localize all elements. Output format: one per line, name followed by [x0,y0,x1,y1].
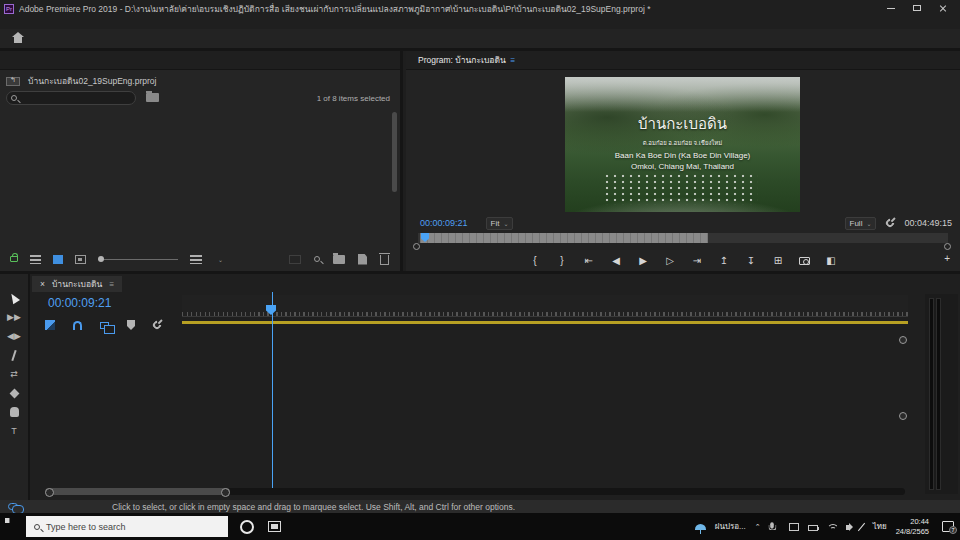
find-icon[interactable] [314,256,320,262]
scrollbar-thumb[interactable] [45,488,230,495]
mark-in-button[interactable]: { [529,255,541,266]
render-bar [182,321,908,324]
project-toolbar: ⌄ [0,248,403,270]
list-view-icon[interactable] [30,255,41,264]
panel-menu-icon[interactable]: ≡ [510,56,515,65]
add-marker-icon[interactable] [127,320,135,330]
selection-tool[interactable] [7,292,21,304]
system-tray: ฝนปรอ... ⌃ ไทย 20:44 24/8/2565 7 [695,517,954,537]
insert-as-nest-icon[interactable] [45,320,55,330]
weather-text[interactable]: ฝนปรอ... [715,520,746,533]
panel-menu-icon[interactable]: ≡ [109,280,114,289]
wifi-icon[interactable] [827,522,837,531]
program-scrubber[interactable] [418,233,948,243]
premiere-logo-icon: Pr [4,4,14,14]
project-search-input[interactable] [6,91,136,105]
close-icon[interactable]: × [40,279,45,289]
timeline-settings-wrench-icon[interactable] [151,319,162,330]
vertical-scroll-handle-top[interactable] [899,336,907,344]
project-writable-lock-icon[interactable] [10,256,18,262]
step-forward-button[interactable]: ▷ [664,255,676,266]
comparison-view-button[interactable]: ◧ [825,255,837,266]
timeline-horizontal-scrollbar[interactable] [45,488,905,495]
time-ruler[interactable] [182,295,908,317]
tray-expand-chevron[interactable]: ⌃ [755,523,761,531]
zoom-level-select[interactable]: Fit⌄ [486,217,514,230]
tray-date: 24/8/2565 [896,527,929,537]
go-to-in-button[interactable]: ⇤ [583,255,595,266]
new-item-icon[interactable] [358,254,367,265]
menu-bar [0,17,960,29]
sync-status-icon [8,503,18,510]
weather-umbrella-icon[interactable] [695,524,706,530]
thumbnail-zoom-slider[interactable] [98,259,178,260]
export-button[interactable]: ⊞ [772,255,784,266]
speaker-icon[interactable] [846,525,850,530]
playback-resolution-select[interactable]: Full⌄ [845,217,877,230]
sort-icons-icon[interactable] [190,255,202,264]
task-view-button[interactable] [268,521,281,532]
scrubber-left-handle[interactable] [413,243,420,250]
language-indicator[interactable]: ไทย [873,520,887,533]
type-tool[interactable]: T [7,425,21,437]
vertical-scroll-handle-bottom[interactable] [899,412,907,420]
clock[interactable]: 20:44 24/8/2565 [896,517,929,537]
project-scrollbar[interactable] [392,112,397,192]
linked-selection-icon[interactable] [100,322,109,329]
navigate-up-icon[interactable] [6,77,20,86]
ripple-edit-tool[interactable]: ◀▶ [7,330,21,342]
battery-icon[interactable] [808,525,818,531]
tools-panel: ▶▶ ◀▶ ⇄ T [0,274,30,503]
freeform-view-icon[interactable] [75,255,86,264]
play-button[interactable]: ▶ [637,255,649,266]
notification-count-badge: 7 [949,526,957,534]
step-back-button[interactable]: ◀ [610,255,622,266]
pen-icon[interactable] [858,522,865,530]
lift-button[interactable]: ↥ [718,255,730,266]
pen-tool[interactable] [7,387,21,399]
start-button[interactable] [0,513,26,540]
automate-to-sequence-icon[interactable] [289,255,301,264]
program-video-frame: บ้านกะเบอดิน ต.อมก๋อย อ.อมก๋อย จ.เชียงให… [565,77,800,212]
maximize-button[interactable] [904,1,930,16]
settings-wrench-icon[interactable] [885,217,896,228]
scrubber-view-area[interactable] [420,233,708,243]
minimize-button[interactable] [878,1,904,16]
taskbar-search[interactable]: Type here to search [26,516,228,537]
timeline-timecode[interactable]: 00:00:09:21 [48,296,111,310]
timeline-toolbar [45,320,161,330]
track-select-forward-tool[interactable]: ▶▶ [7,311,21,323]
status-hint: Click to select, or click in empty space… [112,502,515,512]
slip-tool[interactable]: ⇄ [7,368,21,380]
selection-status: 1 of 8 items selected [317,94,390,103]
microphone-icon[interactable] [770,522,780,531]
timeline-panel: ▶▶ ◀▶ ⇄ T × บ้านกะเบอดิน ≡ 00:00:09:21 [0,271,960,500]
cortana-button[interactable] [240,520,254,534]
hand-tool[interactable] [7,406,21,418]
scrubber-right-handle[interactable] [944,243,951,250]
razor-tool[interactable] [7,349,21,361]
clear-trash-icon[interactable] [380,255,389,265]
timeline-tab-label: บ้านกะเบอดิน [52,277,102,291]
display-icon[interactable] [789,523,799,531]
go-to-out-button[interactable]: ⇥ [691,255,703,266]
bin-filter-icon[interactable] [146,93,159,102]
timeline-playhead-line [272,292,273,488]
button-editor-plus[interactable]: + [944,253,950,264]
export-frame-camera-icon[interactable] [799,257,810,265]
home-icon[interactable] [12,34,24,43]
new-bin-icon[interactable] [333,255,345,264]
chevron-down-icon: ⌄ [218,256,223,263]
notification-center-icon[interactable]: 7 [942,521,954,532]
snap-magnet-icon[interactable] [73,321,82,330]
icon-view-icon[interactable] [53,255,63,264]
mark-out-button[interactable]: } [556,255,568,266]
video-title-overlay: บ้านกะเบอดิน ต.อมก๋อย อ.อมก๋อย จ.เชียงให… [565,112,800,171]
search-icon [11,95,17,101]
timeline-tab[interactable]: × บ้านกะเบอดิน ≡ [32,276,122,292]
breadcrumb: บ้านกะเบอดิน02_19SupEng.prproj [6,74,396,88]
program-timecode[interactable]: 00:00:09:21 [420,218,468,228]
program-monitor-tab[interactable]: Program: บ้านกะเบอดิน ≡ [406,51,527,70]
close-button[interactable] [930,1,956,16]
extract-button[interactable]: ↧ [745,255,757,266]
